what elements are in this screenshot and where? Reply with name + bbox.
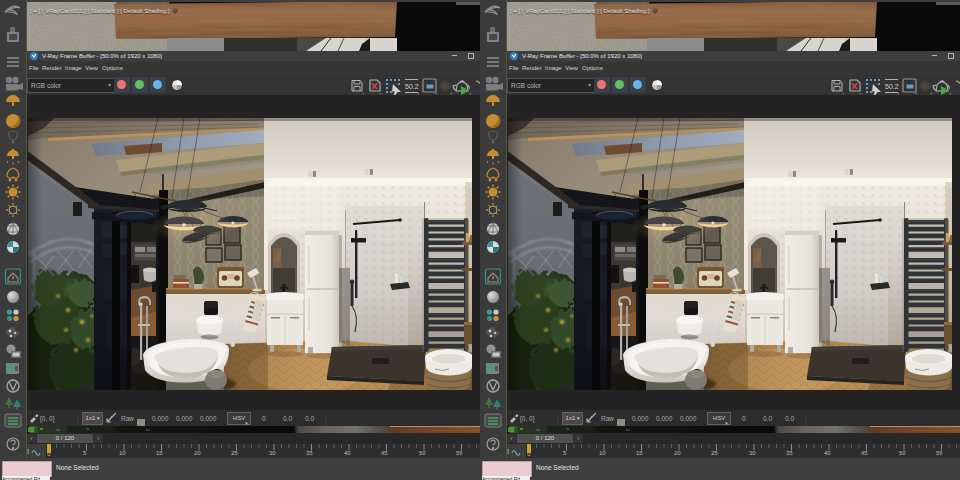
svg-text:50.2: 50.2 [885, 83, 899, 90]
svg-text:50.2: 50.2 [405, 83, 419, 90]
